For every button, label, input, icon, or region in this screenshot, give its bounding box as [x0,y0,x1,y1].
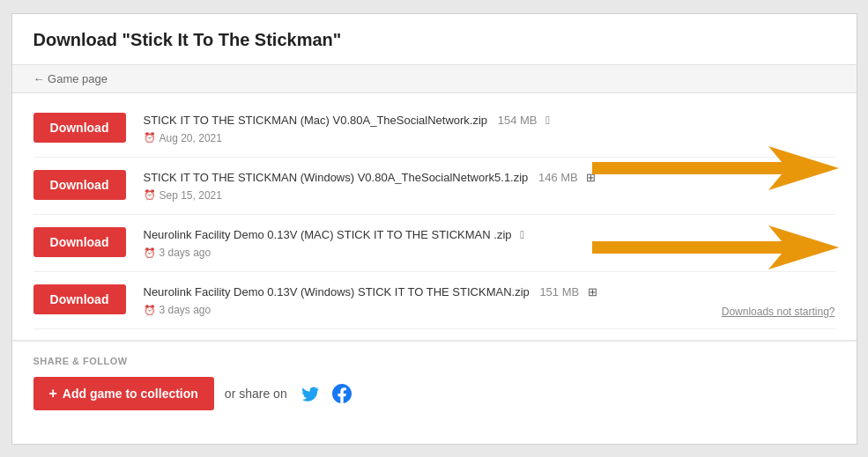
mac-icon-1:  [545,114,550,127]
windows-icon-2: ⊞ [586,171,596,184]
download-meta-2: ⏰ Sep 15, 2021 [144,189,835,202]
download-info-1: STICK IT TO THE STICKMAN (Mac) V0.80A_Th… [144,113,835,144]
download-button-1[interactable]: Download [33,113,126,143]
download-filename-4: Neurolink Facility Demo 0.13V (Windows) … [144,284,835,300]
plus-icon: + [49,386,57,402]
twitter-icon[interactable] [298,381,323,406]
downloads-section: Download STICK IT TO THE STICKMAN (Mac) … [12,93,857,341]
page-container: Download "Stick It To The Stickman" ← Ga… [11,13,857,445]
game-page-link[interactable]: ← Game page [33,72,108,85]
social-icons [298,381,354,406]
title-quoted: "Stick It To The Stickman" [122,30,342,49]
filesize-4: 151 MB [539,285,579,299]
page-title: Download "Stick It To The Stickman" [33,30,835,50]
download-button-4[interactable]: Download [33,284,126,314]
title-prefix: Download [33,30,122,49]
share-section-label: SHARE & FOLLOW [33,356,835,366]
mac-icon-3:  [520,228,524,241]
download-meta-1: ⏰ Aug 20, 2021 [144,132,835,144]
clock-icon-2: ⏰ [144,189,156,201]
download-row: Download Neurolink Facility Demo 0.13V (… [33,272,835,329]
download-filename-3: Neurolink Facility Demo 0.13V (MAC) STIC… [144,227,835,243]
download-meta-3: ⏰ 3 days ago [144,247,835,259]
download-row: Download Neurolink Facility Demo 0.13V (… [33,215,835,272]
download-button-2[interactable]: Download [33,170,126,200]
clock-icon-3: ⏰ [144,247,156,259]
download-info-3: Neurolink Facility Demo 0.13V (MAC) STIC… [144,227,835,259]
downloads-not-starting[interactable]: Downloads not starting? [722,306,835,318]
download-filename-2: STICK IT TO THE STICKMAN (Windows) V0.80… [144,170,835,186]
share-section: SHARE & FOLLOW + Add game to collection … [12,340,857,428]
download-info-2: STICK IT TO THE STICKMAN (Windows) V0.80… [144,170,835,202]
or-share-on-text: or share on [225,387,287,401]
download-filename-1: STICK IT TO THE STICKMAN (Mac) V0.80A_Th… [144,113,835,129]
windows-icon-4: ⊞ [588,285,597,299]
clock-icon-4: ⏰ [144,305,156,316]
filesize-2: 146 MB [538,171,578,184]
download-row: Download STICK IT TO THE STICKMAN (Windo… [33,158,835,215]
add-collection-button[interactable]: + Add game to collection [33,377,214,410]
download-row: Download STICK IT TO THE STICKMAN (Mac) … [33,100,835,158]
back-nav: ← Game page [12,65,857,93]
download-button-3[interactable]: Download [33,227,126,257]
page-header: Download "Stick It To The Stickman" [12,14,857,65]
facebook-icon[interactable] [330,381,354,406]
filesize-1: 154 MB [498,114,538,127]
clock-icon-1: ⏰ [144,132,156,144]
share-actions: + Add game to collection or share on [33,377,835,410]
